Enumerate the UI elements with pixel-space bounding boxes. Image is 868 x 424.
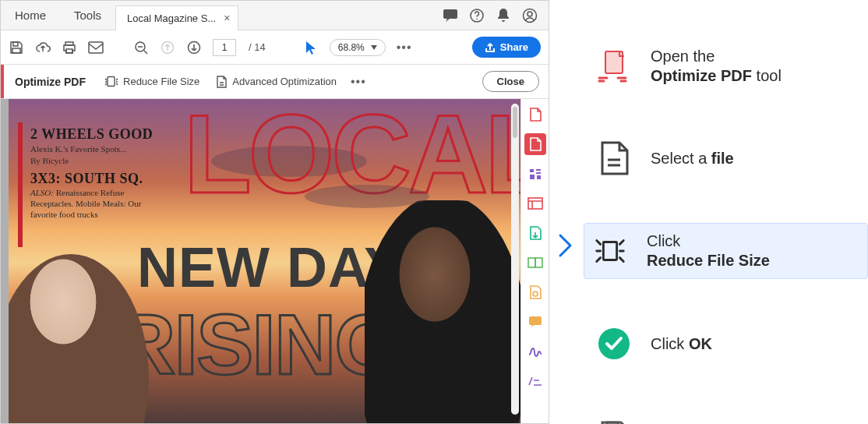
- tab-tools[interactable]: Tools: [60, 1, 115, 30]
- step-arrow-icon: [556, 232, 574, 259]
- advanced-optimization-button[interactable]: Advanced Optimization: [207, 70, 344, 94]
- svg-rect-8: [66, 49, 72, 53]
- page-up-icon[interactable]: [160, 40, 175, 55]
- more-tools-icon[interactable]: •••: [397, 41, 412, 55]
- zoom-dropdown[interactable]: 68.8%: [330, 39, 386, 56]
- step1-line2: tool: [752, 67, 782, 84]
- mag-headline1: 2 WHEELS GOOD: [30, 126, 167, 143]
- optimize-title: Optimize PDF: [4, 76, 97, 88]
- svg-rect-13: [108, 76, 115, 86]
- bell-icon[interactable]: [496, 8, 511, 23]
- rail-organize-icon[interactable]: [524, 193, 546, 214]
- print-icon[interactable]: [62, 40, 77, 55]
- right-tool-rail: [520, 99, 549, 423]
- rail-optimize-pdf-icon[interactable]: [524, 133, 546, 155]
- close-tab-icon[interactable]: ×: [224, 12, 230, 24]
- instruction-steps: Open the Optimize PDF tool Select a file…: [549, 0, 868, 424]
- document-scrollbar[interactable]: [511, 104, 519, 415]
- acrobat-window: Home Tools Local Magazine S... ×: [0, 0, 549, 424]
- save-icon[interactable]: [9, 40, 24, 55]
- svg-rect-14: [528, 198, 542, 209]
- checkmark-icon: [596, 326, 632, 362]
- main-toolbar: 1 / 14 68.8% ••• Share: [1, 30, 549, 65]
- select-tool-icon[interactable]: [303, 40, 319, 55]
- file-icon: [596, 140, 632, 176]
- step4-text: Click: [651, 335, 689, 352]
- tabs-row: Home Tools Local Magazine S... ×: [1, 1, 549, 30]
- mag-sub2: ALSO: Renaissance Refuse Receptacles. Mo…: [30, 188, 167, 220]
- optimize-pdf-toolbar: Optimize PDF Reduce File Size Advanced O…: [1, 65, 549, 99]
- mag-big1: NEW DAY: [137, 239, 402, 295]
- help-icon[interactable]: [469, 8, 485, 23]
- cloud-upload-icon[interactable]: [35, 40, 51, 55]
- svg-point-17: [533, 292, 538, 296]
- magazine-page: 2 WHEELS GOOD Alexis K.'s Favorite Spots…: [9, 99, 520, 423]
- comment-icon[interactable]: [443, 8, 458, 23]
- reduce-file-size-icon: [592, 233, 628, 269]
- step4-bold: OK: [689, 335, 712, 352]
- tab-home[interactable]: Home: [1, 1, 60, 30]
- rail-sign-icon[interactable]: [524, 341, 546, 362]
- svg-rect-20: [603, 242, 616, 260]
- step-click-ok: Click OK: [588, 318, 868, 369]
- step1-line1: Open the: [651, 48, 715, 65]
- account-icon[interactable]: [522, 8, 538, 23]
- reduce-file-size-button[interactable]: Reduce File Size: [97, 70, 207, 94]
- content-area: ▶ 2 WHEELS GOOD Alexis K.'s Favorite Spo…: [1, 99, 549, 423]
- mag-sub1b: By Bicycle: [30, 156, 167, 166]
- step-select-file: Select a file: [588, 132, 868, 184]
- current-page-input[interactable]: 1: [213, 39, 236, 56]
- page-down-icon[interactable]: [186, 40, 202, 55]
- tab-file-label: Local Magazine S...: [127, 12, 216, 24]
- step3-line1: Click: [647, 232, 680, 249]
- mag-sub1a: Alexis K.'s Favorite Spots...: [30, 144, 167, 154]
- svg-point-2: [476, 18, 478, 19]
- mag-masthead: LOCAL: [184, 99, 520, 210]
- document-viewport[interactable]: 2 WHEELS GOOD Alexis K.'s Favorite Spots…: [1, 99, 520, 423]
- svg-rect-0: [443, 9, 457, 19]
- step1-bold: Optimize PDF: [651, 67, 752, 84]
- tab-file[interactable]: Local Magazine S... ×: [115, 5, 238, 30]
- person-right-photo: [365, 200, 520, 423]
- email-icon[interactable]: [88, 40, 104, 55]
- rail-comment-icon[interactable]: [524, 311, 546, 333]
- rail-protect-icon[interactable]: [524, 281, 546, 303]
- mag-big2: RISING: [114, 302, 400, 387]
- close-button[interactable]: Close: [482, 71, 539, 92]
- optimize-more-icon[interactable]: •••: [351, 75, 366, 89]
- rail-redact-icon[interactable]: [524, 370, 546, 392]
- save-file-icon: [596, 416, 632, 424]
- page-separator: / 14: [249, 41, 266, 53]
- mag-headline2: 3X3: SOUTH SQ.: [30, 171, 167, 187]
- person-left-photo: [9, 247, 149, 423]
- svg-rect-5: [13, 42, 18, 46]
- svg-point-4: [528, 12, 532, 16]
- step-open-optimize: Open the Optimize PDF tool: [588, 39, 868, 94]
- step-save-file: Save the file: [588, 408, 868, 424]
- svg-rect-18: [529, 316, 542, 325]
- rail-create-pdf-icon[interactable]: [524, 104, 546, 125]
- rail-edit-pdf-icon[interactable]: [524, 163, 546, 185]
- svg-rect-6: [12, 48, 20, 53]
- rail-export-icon[interactable]: [524, 222, 546, 244]
- optimize-pdf-tool-icon: [596, 48, 632, 84]
- svg-rect-16: [535, 258, 542, 267]
- step-reduce-file-size: Click Reduce File Size: [584, 223, 868, 279]
- share-button[interactable]: Share: [472, 37, 541, 58]
- rail-combine-icon[interactable]: [524, 252, 546, 274]
- step2-bold: file: [711, 150, 734, 167]
- svg-rect-9: [89, 42, 103, 53]
- svg-point-3: [524, 9, 537, 22]
- zoom-out-icon[interactable]: [133, 40, 149, 55]
- step3-bold: Reduce File Size: [647, 252, 770, 269]
- svg-rect-15: [528, 258, 535, 267]
- step2-text: Select a: [651, 150, 711, 167]
